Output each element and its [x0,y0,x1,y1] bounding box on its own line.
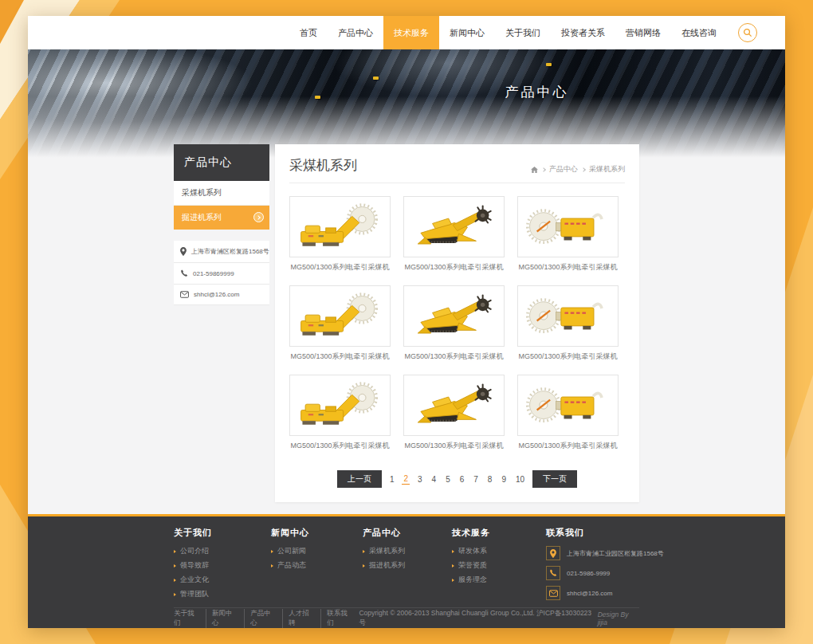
product-image [289,375,391,436]
disc-machine-illustration [524,202,613,253]
product-card[interactable]: MG500/1300系列电牵引采煤机 [517,285,619,362]
page-number-6[interactable]: 6 [458,474,466,485]
arrow-bullet-icon [363,550,365,553]
product-card[interactable]: MG500/1300系列电牵引采煤机 [289,285,391,362]
product-card[interactable]: MG500/1300系列电牵引采煤机 [517,375,619,451]
phone-icon [546,566,560,580]
page-number-2-current[interactable]: 2 [402,473,410,485]
arrow-bullet-icon [174,579,176,582]
page-title: 采煤机系列 [289,156,357,175]
page-number-4[interactable]: 4 [430,474,438,485]
product-card[interactable]: MG500/1300系列电牵引采煤机 [403,285,505,362]
contact-phone: 021-59869999 [193,270,234,277]
footer-link[interactable]: 企业文化 [174,575,271,585]
footer-bottom-link[interactable]: 人才招聘 [282,609,320,628]
roadheader-machine-illustration [410,380,499,431]
footer-link[interactable]: 领导致辞 [174,560,271,571]
product-card[interactable]: MG500/1300系列电牵引采煤机 [403,375,505,451]
nav-item-home[interactable]: 首页 [289,16,328,49]
prev-page-button[interactable]: 上一页 [337,470,382,488]
site-header: 首页 产品中心 技术服务 新闻中心 关于我们 投资者关系 营销网络 在线咨询 [28,16,785,49]
page-number-8[interactable]: 8 [486,474,494,485]
footer-col-contact: 联系我们 上海市青浦工业园区崧复路1568号 021-5986-9999 shh… [546,527,664,606]
product-card[interactable]: MG500/1300系列电牵引采煤机 [403,196,505,273]
footer-col-title: 新闻中心 [271,527,363,539]
nav-item-online-consult[interactable]: 在线咨询 [671,16,727,49]
arrow-bullet-icon [174,550,176,553]
product-card[interactable]: MG500/1300系列电牵引采煤机 [289,196,391,273]
phone-icon [180,269,188,277]
location-pin-icon [546,546,560,560]
footer-col-news: 新闻中心 公司新闻 产品动态 [271,527,363,606]
nav-item-investor[interactable]: 投资者关系 [551,16,615,49]
footer-link[interactable]: 公司介绍 [174,546,271,556]
footer-email: shhcl@126.com [567,590,612,597]
product-name: MG500/1300系列电牵引采煤机 [289,257,391,273]
breadcrumb-current: 采煤机系列 [589,164,625,175]
footer-bottom-link[interactable]: 联系我们 [320,609,359,628]
footer-link[interactable]: 研发体系 [452,546,546,556]
home-icon[interactable] [531,167,538,173]
footer-link[interactable]: 荣誉资质 [452,560,546,571]
product-image [289,285,391,347]
product-card[interactable]: MG500/1300系列电牵引采煤机 [289,375,391,451]
footer-phone: 021-5986-9999 [567,570,610,577]
copyright-text: Copyright © 2006-2013 Shanghai Chuangli … [359,609,593,628]
footer-col-title: 联系我们 [546,527,664,539]
nav-item-about[interactable]: 关于我们 [495,16,551,49]
sidebar-contact: 上海市青浦区崧复路1568号 021-59869999 shhcl@126.co… [174,241,269,305]
contact-address-row: 上海市青浦区崧复路1568号 [174,241,269,263]
footer-bottom-bar: 关于我们 新闻中心 产品中心 人才招聘 联系我们 Copyright © 200… [174,607,639,628]
roadheader-machine-illustration [410,202,499,253]
nav-item-marketing[interactable]: 营销网络 [615,16,671,49]
nav-item-news[interactable]: 新闻中心 [439,16,495,49]
chevron-right-icon [253,212,264,222]
breadcrumb-products[interactable]: 产品中心 [549,164,578,175]
sidebar-item-shearer-series[interactable]: 采煤机系列 [174,181,269,206]
nav-item-tech-service[interactable]: 技术服务 [383,16,439,49]
footer-link[interactable]: 管理团队 [174,589,271,599]
product-image [517,375,619,436]
page-number-3[interactable]: 3 [416,474,424,485]
shearer-machine-illustration [296,291,385,342]
page-number-9[interactable]: 9 [500,474,508,485]
product-name: MG500/1300系列电牵引采煤机 [403,347,505,362]
footer-bottom-link[interactable]: 产品中心 [244,609,282,628]
product-image [289,196,391,257]
product-grid: MG500/1300系列电牵引采煤机 MG500/1300系列电牵引采煤机 MG… [289,183,625,451]
breadcrumb-separator [581,167,586,172]
footer-link[interactable]: 掘进机系列 [363,560,452,571]
arrow-bullet-icon [174,593,176,596]
product-name: MG500/1300系列电牵引采煤机 [517,347,619,362]
sidebar-item-roadheader-series[interactable]: 掘进机系列 [174,206,269,230]
page-number-10[interactable]: 10 [514,474,526,485]
page-number-1[interactable]: 1 [388,474,396,485]
disc-machine-illustration [524,291,613,342]
nav-item-products[interactable]: 产品中心 [328,16,383,49]
product-card[interactable]: MG500/1300系列电牵引采煤机 [517,196,619,273]
arrow-bullet-icon [271,564,273,567]
footer-col-title: 关于我们 [174,527,271,539]
footer-link[interactable]: 采煤机系列 [363,546,452,556]
product-name: MG500/1300系列电牵引采煤机 [289,436,391,451]
page-number-5[interactable]: 5 [444,474,452,485]
page-number-7[interactable]: 7 [472,474,480,485]
footer-link[interactable]: 服务理念 [452,575,546,585]
product-image [517,196,619,257]
next-page-button[interactable]: 下一页 [532,470,577,488]
footer-address-row: 上海市青浦工业园区崧复路1568号 [546,546,664,560]
location-pin-icon [180,247,187,256]
footer-link[interactable]: 公司新闻 [271,546,363,556]
arrow-bullet-icon [452,579,454,582]
footer-link[interactable]: 产品动态 [271,560,363,571]
footer-col-tech: 技术服务 研发体系 荣誉资质 服务理念 [452,527,546,606]
footer-bottom-link[interactable]: 新闻中心 [206,609,244,628]
footer-bottom-link[interactable]: 关于我们 [174,609,206,628]
search-button[interactable] [738,23,757,42]
footer-address: 上海市青浦工业园区崧复路1568号 [567,549,664,558]
contact-phone-row: 021-59869999 [174,263,269,285]
roadheader-machine-illustration [410,291,499,342]
mining-truck-dot [315,96,320,99]
mail-icon [180,291,189,298]
product-image [403,196,505,257]
